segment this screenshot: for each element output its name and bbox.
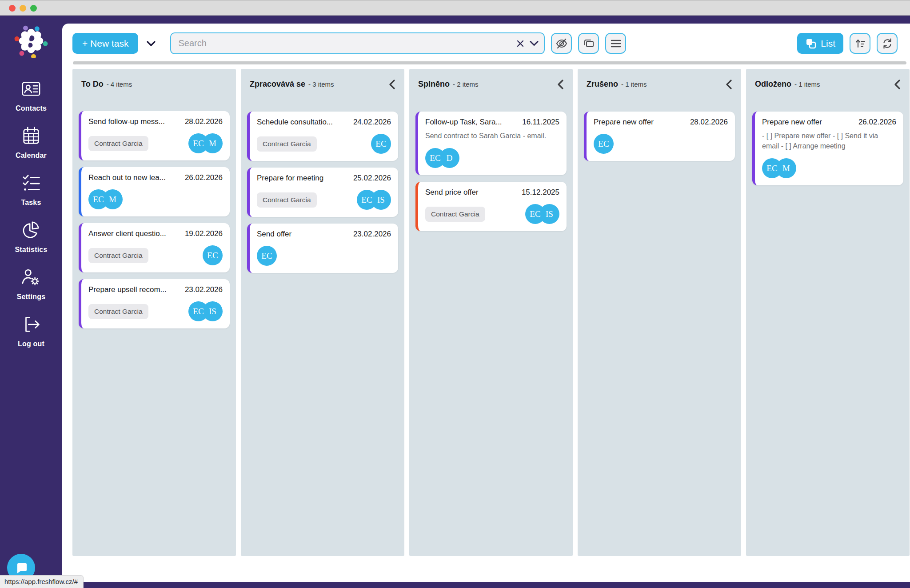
- task-card[interactable]: Send follow-up mess...28.02.2026Contract…: [79, 111, 230, 160]
- card-tag: Contract Garcia: [88, 248, 148, 263]
- avatar: EC: [188, 301, 208, 321]
- menu-button[interactable]: [605, 33, 626, 54]
- close-icon: [516, 40, 524, 48]
- horizontal-scrollbar[interactable]: [73, 61, 906, 64]
- collapse-column-button[interactable]: [557, 80, 564, 89]
- task-card[interactable]: Send offer23.02.2026EC: [247, 224, 398, 273]
- task-card[interactable]: Send price offer15.12.2025Contract Garci…: [415, 182, 567, 231]
- card-due-date: 26.02.2026: [858, 118, 896, 127]
- card-title: Schedule consultatio...: [257, 118, 333, 127]
- search-options-button[interactable]: [530, 32, 539, 54]
- collapse-column-button[interactable]: [726, 80, 732, 89]
- card-due-date: 23.02.2026: [353, 230, 391, 239]
- card-title: Prepare new offer: [762, 118, 822, 127]
- tasks-icon: [21, 173, 41, 195]
- task-card[interactable]: Schedule consultatio...24.02.2026Contrac…: [247, 112, 398, 161]
- task-card[interactable]: Reach out to new lea...26.02.2026ECM: [79, 167, 230, 216]
- kanban-column: Splněno- 2 itemsFollow-up Task, Sara...1…: [409, 69, 573, 556]
- column-header: To Do- 4 items: [79, 69, 230, 93]
- kanban-column: To Do- 4 itemsSend follow-up mess...28.0…: [72, 69, 236, 556]
- search-clear-button[interactable]: [516, 32, 524, 54]
- search-input[interactable]: [170, 32, 545, 54]
- chevron-left-icon: [726, 80, 732, 89]
- kanban-column: Zrušeno- 1 itemsPrepare new offer28.02.2…: [578, 69, 741, 556]
- avatar: EC: [257, 246, 277, 266]
- sidebar-item-label: Settings: [17, 293, 46, 301]
- card-tag: Contract Garcia: [257, 136, 317, 152]
- card-due-date: 26.02.2026: [185, 173, 223, 182]
- avatar-group: EC: [371, 134, 391, 154]
- list-view-label: List: [821, 38, 835, 49]
- card-title: Answer client questio...: [88, 229, 166, 238]
- column-count: - 4 items: [107, 80, 132, 88]
- avatar: EC: [88, 189, 108, 209]
- sidebar-item-statistics[interactable]: Statistics: [15, 220, 47, 254]
- column-title: Zrušeno: [587, 80, 618, 89]
- main-content: + New task: [62, 24, 910, 582]
- chevron-down-icon: [530, 40, 539, 46]
- task-card[interactable]: Prepare upsell recom...23.02.2026Contrac…: [79, 279, 230, 328]
- card-footer: EC: [257, 246, 391, 266]
- sidebar-item-label: Tasks: [21, 199, 41, 207]
- hide-columns-button[interactable]: [551, 33, 572, 54]
- collapse-column-button[interactable]: [389, 80, 395, 89]
- card-description: Send contract to Sarah Garcia - email.: [425, 131, 559, 141]
- sidebar-item-calendar[interactable]: Calendar: [15, 126, 47, 160]
- sidebar-item-label: Calendar: [16, 152, 47, 160]
- card-due-date: 25.02.2026: [353, 174, 391, 183]
- task-card[interactable]: Follow-up Task, Sara...16.11.2025Send co…: [415, 112, 567, 175]
- sidebar-item-label: Contacts: [16, 104, 47, 112]
- card-title: Reach out to new lea...: [88, 173, 166, 182]
- search-container: [170, 32, 545, 54]
- refresh-button[interactable]: [877, 33, 898, 54]
- avatar-group: ECD: [425, 148, 459, 168]
- chevron-left-icon: [389, 80, 395, 89]
- hamburger-menu-icon: [610, 39, 622, 48]
- avatar-group: ECM: [188, 133, 223, 153]
- column-title: Odloženo: [755, 80, 791, 89]
- collapse-column-button[interactable]: [894, 80, 901, 89]
- card-tag: Contract Garcia: [88, 136, 148, 151]
- sidebar-item-tasks[interactable]: Tasks: [15, 173, 47, 207]
- sidebar-item-contacts[interactable]: Contacts: [15, 79, 47, 112]
- avatar: EC: [371, 134, 391, 154]
- copy-board-button[interactable]: [578, 33, 599, 54]
- column-cards: Prepare new offer26.02.2026- [ ] Prepare…: [752, 112, 903, 185]
- task-card[interactable]: Prepare new offer28.02.2026EC: [584, 112, 735, 161]
- settings-icon: [21, 267, 41, 289]
- card-title: Prepare upsell recom...: [88, 285, 167, 294]
- zoom-window-button[interactable]: [30, 5, 37, 12]
- sort-button[interactable]: [850, 33, 870, 54]
- column-count: - 3 items: [308, 80, 334, 88]
- avatar-group: ECIS: [525, 204, 559, 224]
- column-header: Zrušeno- 1 items: [584, 69, 735, 94]
- column-count: - 1 items: [794, 80, 820, 88]
- list-view-button[interactable]: List: [797, 33, 843, 54]
- avatar-group: ECM: [762, 158, 796, 178]
- new-task-button[interactable]: + New task: [72, 33, 138, 54]
- card-title: Follow-up Task, Sara...: [425, 118, 502, 127]
- card-footer: ECM: [88, 189, 223, 209]
- sidebar-item-settings[interactable]: Settings: [15, 267, 47, 301]
- close-window-button[interactable]: [9, 5, 16, 12]
- card-description: - [ ] Prepare new offer - [ ] Send it vi…: [762, 131, 896, 151]
- logout-icon: [21, 314, 41, 336]
- minimize-window-button[interactable]: [20, 5, 26, 12]
- task-card[interactable]: Prepare for meeting25.02.2026Contract Ga…: [247, 168, 398, 217]
- task-card[interactable]: Answer client questio...19.02.2026Contra…: [79, 223, 230, 272]
- column-header: Zpracovává se- 3 items: [247, 69, 398, 94]
- sidebar-item-log-out[interactable]: Log out: [15, 314, 47, 348]
- avatar: EC: [188, 133, 208, 153]
- card-footer: Contract GarciaECIS: [425, 204, 559, 224]
- kanban-column: Odloženo- 1 itemsPrepare new offer26.02.…: [746, 69, 910, 556]
- avatar: EC: [525, 204, 545, 224]
- kanban-board: To Do- 4 itemsSend follow-up mess...28.0…: [62, 68, 910, 556]
- card-title: Prepare new offer: [594, 118, 654, 127]
- statistics-icon: [21, 220, 41, 242]
- eye-off-icon: [555, 37, 568, 50]
- avatar: EC: [425, 148, 445, 168]
- task-card[interactable]: Prepare new offer26.02.2026- [ ] Prepare…: [752, 112, 903, 185]
- sort-icon: [854, 38, 866, 49]
- card-due-date: 15.12.2025: [522, 188, 559, 197]
- new-task-dropdown-button[interactable]: [144, 39, 158, 48]
